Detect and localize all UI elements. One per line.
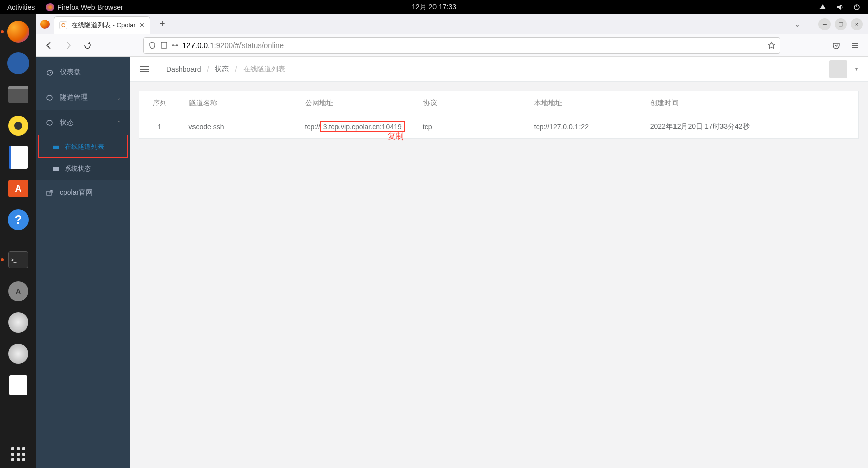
external-link-icon <box>45 189 54 197</box>
main-panel: Dashboard / 状态 / 在线隧道列表 ▾ 序列 隧道名称 公网地址 协… <box>130 57 868 468</box>
power-icon[interactable] <box>853 3 861 11</box>
circle-icon <box>45 119 54 127</box>
ubuntu-dock: ? >_ <box>0 14 36 468</box>
svg-point-4 <box>47 120 52 125</box>
main-header: Dashboard / 状态 / 在线隧道列表 ▾ <box>130 57 868 82</box>
chevron-down-icon: ⌄ <box>117 95 121 101</box>
svg-rect-7 <box>53 167 59 171</box>
th-proto: 协议 <box>414 91 525 115</box>
shield-icon[interactable] <box>148 41 156 50</box>
circle-icon <box>45 93 54 102</box>
url-bar[interactable]: ⊶ 127.0.0.1:9200/#/status/online <box>143 37 780 54</box>
cell-created: 2022年12月20日 17时33分42秒 <box>641 115 859 139</box>
dock-software[interactable] <box>5 175 32 202</box>
firefox-small-icon <box>46 3 54 11</box>
dock-show-apps[interactable] <box>5 441 32 468</box>
cell-proto: tcp <box>414 115 525 139</box>
hamburger-menu-icon[interactable] <box>848 38 863 53</box>
sidebar-item-tunnel-mgmt[interactable]: 隧道管理 ⌄ <box>36 85 130 110</box>
breadcrumb-sep: / <box>235 65 237 73</box>
activities-button[interactable]: Activities <box>7 3 35 11</box>
gnome-top-bar: Activities Firefox Web Browser 12月 20 17… <box>0 0 868 14</box>
clock[interactable]: 12月 20 17:33 <box>412 3 456 12</box>
sidebar-item-label: 隧道管理 <box>60 93 88 102</box>
breadcrumb-sep: / <box>207 65 209 73</box>
dock-separator <box>8 240 28 240</box>
cell-seq: 1 <box>139 115 180 139</box>
sidebar-toggle-icon[interactable] <box>140 66 149 73</box>
tab-title: 在线隧道列表 - Cpolar <box>71 21 136 30</box>
annotation-copy-label: 复制 <box>388 131 404 142</box>
firefox-logo-icon <box>36 14 54 34</box>
table-header-row: 序列 隧道名称 公网地址 协议 本地地址 创建时间 <box>139 91 859 115</box>
dock-texteditor[interactable] <box>5 371 32 399</box>
tabs-dropdown-icon[interactable]: ⌄ <box>794 20 800 28</box>
site-info-icon[interactable] <box>160 41 168 49</box>
window-maximize-button[interactable]: ▢ <box>835 18 847 30</box>
table-icon <box>52 165 60 173</box>
dock-rhythmbox[interactable] <box>5 112 32 139</box>
firefox-tab-bar: C 在线隧道列表 - Cpolar × + ⌄ ─ ▢ × <box>36 14 868 34</box>
pocket-icon[interactable] <box>829 38 844 53</box>
dock-firefox[interactable] <box>5 18 32 45</box>
table-row: 1 vscode ssh tcp://3.tcp.vip.cpolar.cn:1… <box>139 115 859 139</box>
dock-disc1[interactable] <box>5 309 32 336</box>
user-avatar[interactable] <box>829 60 847 78</box>
url-text: 127.0.0.1:9200/#/status/online <box>182 41 284 50</box>
breadcrumb-current: 在线隧道列表 <box>243 65 285 74</box>
nav-forward-button[interactable] <box>61 38 76 53</box>
th-created: 创建时间 <box>641 91 859 115</box>
dock-files[interactable] <box>5 81 32 108</box>
firefox-toolbar: ⊶ 127.0.0.1:9200/#/status/online <box>36 34 868 57</box>
sidebar-item-status[interactable]: 状态 ⌃ <box>36 110 130 135</box>
browser-tab[interactable]: C 在线隧道列表 - Cpolar × <box>54 16 150 34</box>
dock-writer[interactable] <box>5 144 32 171</box>
tab-favicon-icon: C <box>59 21 67 29</box>
content-area: 序列 隧道名称 公网地址 协议 本地地址 创建时间 1 vscode ssh <box>130 82 868 148</box>
cpolar-app: 仪表盘 隧道管理 ⌄ 状态 ⌃ 在线隧道列表 <box>36 57 868 468</box>
sidebar-item-official[interactable]: cpolar官网 <box>36 180 130 205</box>
permissions-icon[interactable]: ⊶ <box>172 41 178 49</box>
dock-disc2[interactable] <box>5 340 32 367</box>
sidebar-subitem-sys-status[interactable]: 系统状态 <box>36 158 130 180</box>
sidebar: 仪表盘 隧道管理 ⌄ 状态 ⌃ 在线隧道列表 <box>36 57 130 468</box>
window-close-button[interactable]: × <box>851 18 863 30</box>
sidebar-item-dashboard[interactable]: 仪表盘 <box>36 60 130 85</box>
tunnel-table: 序列 隧道名称 公网地址 协议 本地地址 创建时间 1 vscode ssh <box>139 91 859 139</box>
svg-point-3 <box>47 95 52 100</box>
sidebar-subitem-online-list[interactable]: 在线隧道列表 <box>36 135 130 158</box>
sidebar-item-label: 在线隧道列表 <box>65 142 104 151</box>
sidebar-item-label: cpolar官网 <box>60 188 93 197</box>
window-minimize-button[interactable]: ─ <box>818 18 831 30</box>
dock-thunderbird[interactable] <box>5 50 32 77</box>
network-icon[interactable] <box>818 3 827 11</box>
th-local: 本地地址 <box>525 91 641 115</box>
gauge-icon <box>45 68 54 76</box>
breadcrumb-status[interactable]: 状态 <box>215 65 229 74</box>
sidebar-item-label: 仪表盘 <box>60 68 81 77</box>
bookmark-star-icon[interactable] <box>767 41 776 50</box>
active-app-indicator[interactable]: Firefox Web Browser <box>46 3 123 11</box>
th-public: 公网地址 <box>296 91 414 115</box>
new-tab-button[interactable]: + <box>154 16 170 32</box>
svg-rect-6 <box>53 145 59 146</box>
cell-name: vscode ssh <box>180 115 296 139</box>
nav-back-button[interactable] <box>41 38 57 53</box>
nav-reload-button[interactable] <box>80 38 95 53</box>
user-menu-caret-icon[interactable]: ▾ <box>855 66 858 72</box>
tab-close-icon[interactable]: × <box>140 21 144 30</box>
table-icon <box>52 143 60 151</box>
dock-updater[interactable] <box>5 277 32 305</box>
dock-terminal[interactable]: >_ <box>5 246 32 273</box>
cell-local: tcp://127.0.0.1:22 <box>525 115 641 139</box>
chevron-up-icon: ⌃ <box>117 120 121 126</box>
breadcrumb-dashboard[interactable]: Dashboard <box>166 65 201 73</box>
volume-icon[interactable] <box>836 3 844 11</box>
dock-help[interactable]: ? <box>5 206 32 233</box>
sidebar-item-label: 系统状态 <box>65 164 91 173</box>
firefox-window: C 在线隧道列表 - Cpolar × + ⌄ ─ ▢ × ⊶ 127.0.0.… <box>36 14 868 468</box>
th-seq: 序列 <box>139 91 180 115</box>
th-name: 隧道名称 <box>180 91 296 115</box>
sidebar-item-label: 状态 <box>60 118 74 127</box>
svg-rect-1 <box>161 42 167 48</box>
